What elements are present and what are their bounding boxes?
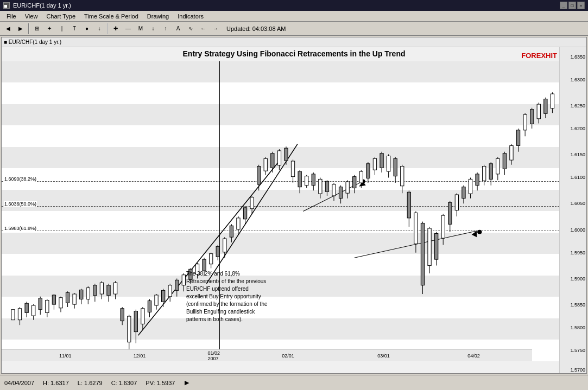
- fib-label-500: 1.6036(50.0%): [4, 201, 37, 207]
- chart-area[interactable]: 1.6090(38.2%) 1.6036(50.0%) 1.5983(61.8%…: [2, 61, 559, 361]
- svg-rect-97: [312, 174, 315, 186]
- main-container: ■ EUR/CHF(1 day 1 yr.) Entry Strategy Us…: [0, 36, 588, 375]
- toolbar-back[interactable]: ◀: [2, 23, 14, 34]
- svg-rect-49: [148, 301, 151, 312]
- svg-rect-15: [32, 305, 35, 316]
- price-1600: 1.6000: [570, 227, 585, 233]
- close-button[interactable]: ×: [577, 2, 585, 9]
- date-label-0201: 02/01: [282, 353, 294, 359]
- menu-chart-type[interactable]: Chart Type: [42, 12, 80, 21]
- app-icon: ■: [3, 2, 10, 9]
- title-bar: ■ EUR/CHF(1 day 1 yr.) _ □ ×: [0, 0, 588, 11]
- annotation-text-box: The 38,2% and 61,8% Retracements of the …: [186, 270, 295, 323]
- status-pv: PV: 1.5937: [146, 380, 175, 386]
- toolbar-crosshair[interactable]: ✦: [43, 23, 55, 34]
- toolbar-arrow-down[interactable]: ↓: [93, 23, 105, 34]
- svg-rect-17: [39, 298, 42, 310]
- updated-text: Updated: 04:03:08 AM: [226, 25, 286, 32]
- svg-marker-3: [359, 181, 366, 187]
- menu-drawing[interactable]: Drawing: [143, 12, 173, 21]
- maximize-button[interactable]: □: [568, 2, 576, 9]
- status-arrow-icon: ▶: [185, 379, 189, 386]
- svg-rect-93: [298, 171, 301, 187]
- price-1615: 1.6150: [570, 152, 585, 157]
- date-label-0301: 03/01: [377, 353, 390, 359]
- price-1620: 1.6200: [570, 126, 585, 131]
- svg-rect-19: [46, 300, 49, 312]
- price-1630: 1.6300: [570, 77, 585, 82]
- fib-line-618: 1.5983(61.8%): [2, 231, 559, 231]
- toolbar-wave[interactable]: ∿: [185, 23, 197, 34]
- toolbar-left-arrow[interactable]: ←: [197, 23, 209, 34]
- svg-rect-75: [237, 218, 240, 229]
- fib-label-382: 1.6090(38.2%): [4, 176, 37, 182]
- price-1635: 1.6350: [570, 54, 585, 60]
- svg-rect-65: [203, 259, 206, 271]
- fib-label-618: 1.5983(61.8%): [4, 226, 37, 231]
- forexhit-text: FOREXHIT: [521, 52, 557, 60]
- price-1595: 1.5950: [570, 250, 585, 255]
- toolbar: ◀ ▶ ⊞ ✦ | T ● ↓ ✚ — M ↓ ↑ A ∿ ← → Update…: [0, 22, 588, 36]
- grid-band-2: [2, 104, 559, 125]
- price-1625: 1.6250: [570, 103, 585, 108]
- svg-rect-13: [25, 303, 28, 312]
- svg-rect-145: [476, 174, 479, 186]
- svg-rect-123: [401, 167, 404, 186]
- toolbar-up[interactable]: ↑: [160, 23, 172, 34]
- toolbar-sep-1: [28, 23, 29, 34]
- price-1570: 1.5700: [570, 367, 585, 373]
- annotation-text: The 38,2% and 61,8% Retracements of the …: [186, 271, 268, 322]
- date-label-1101: 11/01: [59, 353, 72, 359]
- toolbar-forward[interactable]: ▶: [15, 23, 27, 34]
- price-1605: 1.6050: [570, 201, 585, 206]
- svg-rect-67: [210, 254, 213, 264]
- grid-band-4: [2, 190, 559, 211]
- chart-header: ■ EUR/CHF(1 day 1 yr.): [2, 37, 586, 47]
- date-label-1201: 12/01: [134, 353, 146, 359]
- menu-bar: File View Chart Type Time Scale & Period…: [0, 11, 588, 22]
- menu-view[interactable]: View: [21, 12, 42, 21]
- date-label-0402: 04/02: [467, 353, 480, 359]
- toolbar-a[interactable]: A: [172, 23, 184, 34]
- toolbar-circle[interactable]: ●: [81, 23, 93, 34]
- chart-panel: ■ EUR/CHF(1 day 1 yr.) Entry Strategy Us…: [1, 37, 587, 374]
- svg-rect-147: [483, 167, 486, 181]
- toolbar-right-arrow[interactable]: →: [210, 23, 222, 34]
- toolbar-line[interactable]: —: [122, 23, 134, 34]
- toolbar-sep-2: [107, 23, 108, 34]
- svg-rect-109: [353, 177, 356, 188]
- toolbar-m[interactable]: M: [135, 23, 147, 34]
- title-text: EUR/CHF(1 day 1 yr.): [13, 2, 71, 9]
- grid-band-1: [2, 61, 559, 82]
- grid-band-5: [2, 233, 559, 254]
- grid-band-3: [2, 147, 559, 168]
- price-1575: 1.5750: [570, 348, 585, 353]
- menu-indicators[interactable]: Indicators: [173, 12, 208, 21]
- window-controls[interactable]: _ □ ×: [560, 2, 585, 9]
- price-1585: 1.5850: [570, 302, 585, 308]
- toolbar-text[interactable]: T: [68, 23, 80, 34]
- status-bar: 04/04/2007 H: 1.6317 L: 1.6279 C: 1.6307…: [0, 375, 588, 390]
- fib-line-382: 1.6090(38.2%): [2, 181, 559, 182]
- chart-title: Entry Strategy Using Fibonacci Retraceme…: [2, 47, 586, 59]
- svg-rect-157: [516, 130, 520, 146]
- minimize-button[interactable]: _: [560, 2, 567, 9]
- price-1580: 1.5800: [570, 325, 585, 330]
- menu-file[interactable]: File: [2, 12, 21, 21]
- toolbar-down2[interactable]: ↓: [147, 23, 159, 34]
- status-low: L: 1.6279: [78, 380, 103, 386]
- menu-timescale[interactable]: Time Scale & Period: [80, 12, 143, 21]
- toolbar-grid[interactable]: ⊞: [31, 23, 43, 34]
- status-high: H: 1.6317: [43, 380, 69, 386]
- toolbar-plus[interactable]: ✚: [110, 23, 122, 34]
- price-1610: 1.6100: [570, 175, 585, 180]
- date-label-0102: 01/022007: [208, 350, 220, 361]
- svg-rect-23: [59, 298, 62, 308]
- status-close: C: 1.6307: [111, 380, 137, 386]
- status-date: 04/04/2007: [4, 380, 34, 386]
- chart-symbol-small: ■ EUR/CHF(1 day 1 yr.): [4, 39, 61, 45]
- date-axis: 11/01 12/01 01/022007 02/01 03/01 04/02: [2, 349, 532, 361]
- price-1590: 1.5900: [570, 276, 585, 282]
- fib-line-500: 1.6036(50.0%): [2, 206, 559, 207]
- toolbar-vline[interactable]: |: [56, 23, 68, 34]
